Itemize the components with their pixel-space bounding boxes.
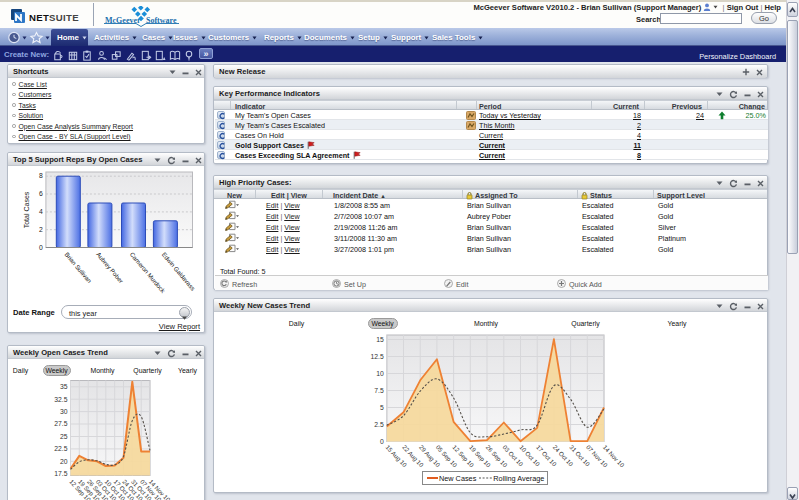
svg-text:Aubrey Pober: Aubrey Pober xyxy=(95,251,125,284)
svg-text:Edwin Galdavass: Edwin Galdavass xyxy=(161,251,197,292)
svg-text:22.5: 22.5 xyxy=(54,445,67,452)
svg-text:27.5: 27.5 xyxy=(54,420,67,427)
svg-text:17.5: 17.5 xyxy=(54,470,67,477)
svg-text:32.5: 32.5 xyxy=(54,396,67,403)
svg-text:0: 0 xyxy=(39,244,43,251)
svg-text:25: 25 xyxy=(60,433,68,440)
svg-text:15: 15 xyxy=(376,336,384,343)
svg-text:30: 30 xyxy=(60,408,68,415)
svg-text:20: 20 xyxy=(60,458,68,465)
svg-text:12.5: 12.5 xyxy=(371,353,384,360)
svg-text:Brian Sullivan: Brian Sullivan xyxy=(64,251,94,285)
svg-text:8: 8 xyxy=(39,172,43,179)
svg-text:Total Cases: Total Cases xyxy=(23,191,30,228)
svg-text:10: 10 xyxy=(376,370,384,377)
svg-text:0: 0 xyxy=(380,438,384,445)
svg-text:7.5: 7.5 xyxy=(374,387,384,394)
svg-text:6: 6 xyxy=(39,190,43,197)
svg-text:35: 35 xyxy=(60,383,68,390)
svg-text:2: 2 xyxy=(39,226,43,233)
svg-text:4: 4 xyxy=(39,208,43,215)
svg-text:Cameron Murdock: Cameron Murdock xyxy=(129,251,168,295)
svg-text:5: 5 xyxy=(380,404,384,411)
svg-text:2.5: 2.5 xyxy=(374,421,384,428)
